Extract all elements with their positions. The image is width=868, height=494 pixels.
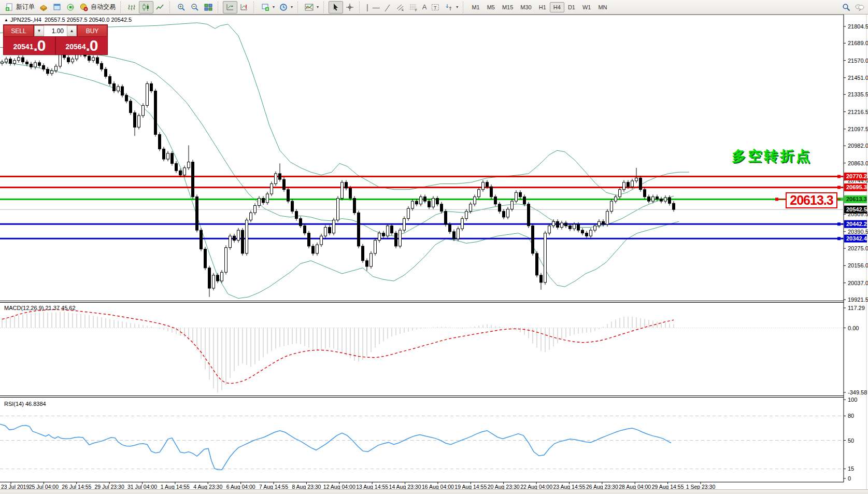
bull-bear-turning-point-annotation[interactable]: 多空转折点 [732,147,825,165]
candle-body [121,87,124,95]
arrows-tool-button[interactable]: ▾ [442,1,460,13]
timeframe-m15[interactable]: M15 [499,2,517,12]
candle-body [490,187,493,197]
candle-body [287,190,290,201]
timeframe-group: M1M5M15M30H1H4D1W1MN [466,1,612,14]
volume-down-button[interactable]: ▼ [34,25,44,36]
candle-body [391,226,393,233]
new-chart-button[interactable]: ▾ [259,1,277,13]
candle-body [76,54,78,59]
candle-body [204,249,207,267]
zoom-out-button[interactable] [188,1,202,13]
timeframe-h4[interactable]: H4 [550,2,564,12]
search-button[interactable] [839,1,853,13]
layers-button[interactable] [37,1,50,13]
candle-body [652,197,654,201]
label-tool-button[interactable]: T [429,1,442,13]
candle-body [167,153,169,159]
candle-body [117,87,120,91]
candle-body [557,221,559,227]
candle-body [424,197,426,201]
candle-body [586,233,588,236]
chevron-down-icon[interactable]: ▾ [456,5,458,9]
chart-shift-button[interactable] [237,1,251,13]
chevron-down-icon[interactable]: ▾ [317,5,319,9]
timeframe-d1[interactable]: D1 [564,2,579,12]
volume-input[interactable]: 1.00 [44,25,67,36]
candle-body [374,241,377,253]
vline-tool-button[interactable]: | [364,1,371,13]
svg-text:21216.5: 21216.5 [848,109,868,115]
timeframe-m5[interactable]: M5 [483,2,499,12]
timeframe-h1[interactable]: H1 [535,2,550,12]
tile-windows-button[interactable] [202,1,215,13]
bar-chart-icon [127,3,137,12]
signals-button[interactable] [64,1,77,13]
svg-text:20442.2: 20442.2 [846,221,867,227]
candle-body [192,162,194,197]
hline-tool-button[interactable]: — [371,1,382,13]
autotrade-button[interactable]: 自动交易 [77,1,118,13]
bar-chart-button[interactable] [125,1,139,13]
line-chart-button[interactable] [153,1,167,13]
chevron-down-icon[interactable]: ▾ [291,5,293,9]
symbol-period: JPN225-,H4 [10,17,41,23]
candle-body [362,246,364,261]
candle-body [146,83,149,105]
text-tool-button[interactable]: A [420,1,429,13]
chevron-down-icon[interactable]: ▾ [273,5,275,9]
candle-body [399,230,402,246]
timeframe-m1[interactable]: M1 [468,2,483,12]
candle-body [482,182,485,190]
horizontal-lines[interactable] [0,175,844,240]
autoscroll-button[interactable] [223,1,237,13]
price-level-label[interactable]: 20613.3 [786,192,837,208]
rsi-panel [0,416,844,470]
cursor-tool-button[interactable] [329,1,343,13]
bb-lower [0,62,679,298]
candle-body [370,253,373,266]
trendline-tool-button[interactable]: ／ [382,1,393,13]
zoom-in-button[interactable] [175,1,188,13]
svg-text:T: T [434,5,437,10]
candlestick-chart-button[interactable] [139,1,153,13]
new-order-button[interactable]: 新订单 [3,1,37,13]
buy-price[interactable]: 20564.0 [56,37,107,54]
candle-body [345,182,348,188]
candle-body [142,105,145,116]
candle-body [237,230,240,241]
indicators-button[interactable]: ▾ [303,1,321,13]
chart-canvas[interactable]: 21804.521689.021570.021451.021335.521216… [0,0,868,494]
candle-body [590,230,592,236]
candle-body [627,182,630,187]
timeframe-w1[interactable]: W1 [579,2,595,12]
chat-button[interactable] [853,1,866,13]
candle-body [644,190,646,197]
buy-button[interactable]: BUY [77,25,107,37]
fibonacci-tool-button[interactable]: F [407,1,420,13]
sell-price[interactable]: 20541.0 [4,37,56,54]
candle-body [18,58,20,61]
buy-price-main: 20564 [66,40,86,53]
timeframe-mn[interactable]: MN [594,2,610,12]
candle-body [34,63,37,67]
timeframe-m30[interactable]: M30 [517,2,535,12]
candle-body [387,226,389,236]
price-axis[interactable]: 21804.521689.021570.021451.021335.521216… [844,23,868,482]
candlestick-chart-icon [141,3,151,12]
arrows-icon [444,3,453,12]
crosshair-tool-button[interactable] [343,1,357,13]
candle-body [536,253,538,275]
candle-body [113,83,116,91]
svg-text:100: 100 [848,397,857,403]
candle-body [150,83,153,91]
svg-text:0: 0 [848,475,851,482]
candle-body [569,226,572,229]
profiles-button[interactable]: ▾ [277,1,295,13]
sell-button[interactable]: SELL [4,25,34,37]
time-axis[interactable]: 23 Jul 201925 Jul 04:0026 Jul 14:5529 Ju… [1,482,715,490]
channel-tool-button[interactable]: E [393,1,407,13]
candle-body [291,201,294,211]
volume-up-button[interactable]: ▲ [67,25,77,36]
market-watch-button[interactable] [50,1,64,13]
